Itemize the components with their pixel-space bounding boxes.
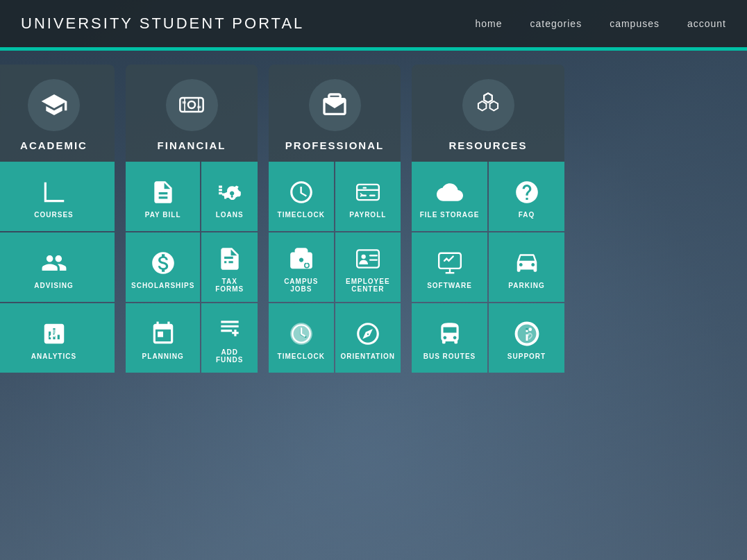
- svg-rect-5: [183, 101, 186, 103]
- busroutes-label: BUS ROUTES: [423, 353, 476, 360]
- filestorage-label: FILE STORAGE: [420, 211, 480, 219]
- busroutes-item[interactable]: BUS ROUTES: [412, 303, 487, 373]
- clock-icon: [288, 179, 314, 205]
- svg-point-12: [361, 255, 365, 259]
- parking-icon: [514, 250, 540, 276]
- chart-icon: [41, 179, 67, 205]
- professional-items: TIMECLOCK PAYROLL CAMPUS JOBS EMPLOYEE C…: [269, 162, 401, 373]
- svg-rect-7: [357, 184, 379, 199]
- loans-label: LOANS: [216, 211, 244, 219]
- financial-items: PAY BILL LOANS SCHOLARSHIPS TAX FORMS PL…: [126, 162, 258, 373]
- employeecenter-item[interactable]: EMPLOYEE CENTER: [335, 232, 401, 302]
- financial-title: FINANCIAL: [158, 139, 226, 151]
- financial-header: FINANCIAL: [126, 65, 258, 162]
- loans-item[interactable]: LOANS: [201, 162, 258, 231]
- bus-icon: [437, 321, 463, 347]
- academic-header: ACADEMIC: [0, 65, 115, 162]
- analytics-item[interactable]: ANALYTICS: [0, 303, 115, 373]
- advising-item[interactable]: ADVISING: [0, 232, 115, 302]
- category-financial: FINANCIAL PAY BILL LOANS SCHOLARSHIPS TA…: [126, 65, 258, 373]
- clock2-icon: [288, 321, 314, 347]
- software-item[interactable]: SOFTWARE: [412, 232, 487, 302]
- orientation-item[interactable]: ORIENTATION: [335, 303, 401, 373]
- svg-marker-17: [490, 101, 498, 110]
- academic-icon-circle: [28, 79, 80, 131]
- orientation-label: ORIENTATION: [341, 353, 395, 360]
- compass-icon: [355, 321, 381, 347]
- paybill-item[interactable]: PAY BILL: [126, 162, 200, 231]
- scholarships-item[interactable]: SCHOLARSHIPS: [126, 232, 200, 302]
- campusjobs-item[interactable]: CAMPUS JOBS: [269, 232, 334, 302]
- svg-point-9: [305, 263, 309, 267]
- professional-icon-circle: [309, 79, 361, 131]
- payroll-item[interactable]: PAYROLL: [335, 162, 401, 231]
- support-item[interactable]: SUPPORT: [489, 303, 564, 373]
- nav-home-link[interactable]: home: [476, 18, 503, 29]
- academic-title: ACADEMIC: [20, 139, 87, 151]
- svg-rect-1: [180, 98, 203, 112]
- nav-campuses-link[interactable]: campuses: [610, 18, 660, 29]
- piggy-icon: [217, 179, 243, 205]
- svg-point-2: [188, 101, 195, 108]
- scholarship-icon: [150, 250, 176, 276]
- support-icon: [514, 321, 540, 347]
- addfunds-label: ADD FUNDS: [207, 348, 252, 364]
- paybill-label: PAY BILL: [145, 211, 181, 219]
- category-professional: PROFESSIONAL TIMECLOCK PAYROLL CAMPUS JO…: [269, 65, 401, 373]
- timeclock2-item[interactable]: TIMECLOCK: [269, 303, 334, 373]
- cloud-icon: [437, 179, 463, 205]
- payroll-icon: [355, 179, 381, 205]
- svg-marker-18: [478, 101, 487, 110]
- taxforms-label: TAX FORMS: [207, 278, 252, 293]
- scholarships-label: SCHOLARSHIPS: [131, 282, 194, 289]
- resources-icon-circle: [462, 79, 514, 131]
- support-label: SUPPORT: [507, 353, 546, 360]
- category-resources: RESOURCES FILE STORAGE FAQ SOFTWARE PARK…: [412, 65, 564, 373]
- planning-label: PLANNING: [142, 353, 184, 360]
- faq-item[interactable]: FAQ: [489, 162, 564, 231]
- faq-icon: [514, 179, 540, 205]
- people-icon: [41, 250, 67, 276]
- professional-title: PROFESSIONAL: [285, 139, 384, 151]
- navbar: UNIVERSITY STUDENT PORTAL home categorie…: [0, 0, 747, 49]
- faq-label: FAQ: [519, 211, 535, 219]
- nav-account-link[interactable]: account: [687, 18, 726, 29]
- planning-icon: [150, 321, 176, 347]
- parking-label: PARKING: [508, 282, 544, 289]
- svg-marker-16: [484, 93, 492, 102]
- timeclock-item[interactable]: TIMECLOCK: [269, 162, 334, 231]
- analytics-label: ANALYTICS: [31, 353, 76, 360]
- parking-item[interactable]: PARKING: [489, 232, 564, 302]
- campusjobs-label: CAMPUS JOBS: [274, 278, 328, 293]
- main-content: ACADEMIC COURSES ADVISING ANALYTICS FINA…: [0, 51, 747, 387]
- svg-rect-6: [197, 106, 201, 108]
- addfunds-item[interactable]: ADD FUNDS: [201, 303, 258, 373]
- nav-links: home categories campuses account: [476, 18, 726, 29]
- taxforms-icon: [217, 246, 243, 272]
- svg-point-22: [528, 328, 532, 331]
- category-academic: ACADEMIC COURSES ADVISING ANALYTICS: [0, 65, 115, 373]
- planning-item[interactable]: PLANNING: [126, 303, 200, 373]
- software-label: SOFTWARE: [427, 282, 472, 289]
- bill-icon: [150, 179, 176, 205]
- money-icon: [178, 91, 205, 119]
- resources-header: RESOURCES: [412, 65, 564, 162]
- financial-icon-circle: [166, 79, 218, 131]
- courses-item[interactable]: COURSES: [0, 162, 115, 231]
- graduation-icon: [40, 91, 68, 119]
- nav-categories-link[interactable]: categories: [530, 18, 582, 29]
- timeclock-label: TIMECLOCK: [278, 211, 325, 219]
- advising-label: ADVISING: [34, 282, 73, 289]
- payroll-label: PAYROLL: [349, 211, 386, 219]
- courses-label: COURSES: [34, 211, 73, 219]
- resources-title: RESOURCES: [448, 139, 527, 151]
- resources-items: FILE STORAGE FAQ SOFTWARE PARKING BUS RO…: [412, 162, 564, 373]
- campusjobs-icon: [288, 246, 314, 272]
- addfunds-icon: [217, 316, 243, 343]
- nav-logo: UNIVERSITY STUDENT PORTAL: [21, 15, 304, 33]
- professional-header: PROFESSIONAL: [269, 65, 401, 162]
- filestorage-item[interactable]: FILE STORAGE: [412, 162, 487, 231]
- taxforms-item[interactable]: TAX FORMS: [201, 232, 258, 302]
- employee-icon: [355, 246, 381, 272]
- academic-items: COURSES ADVISING ANALYTICS: [0, 162, 115, 373]
